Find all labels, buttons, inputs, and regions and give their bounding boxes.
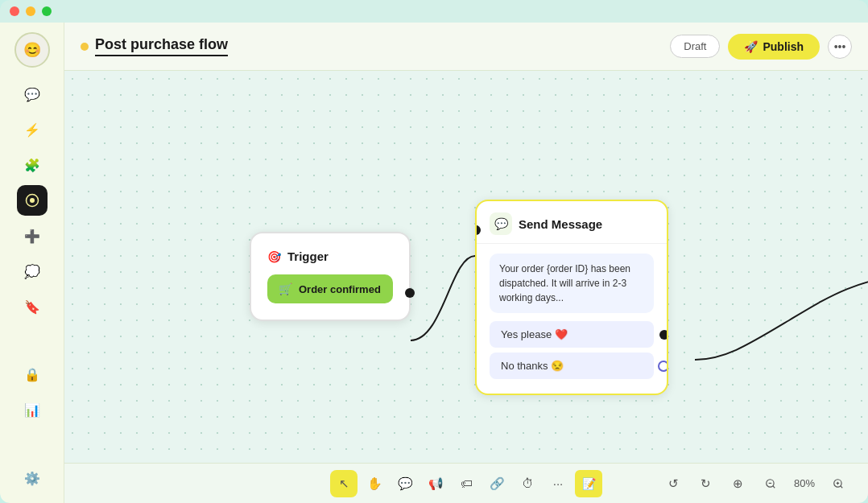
cart-icon: 🛒 <box>279 282 292 295</box>
bottom-toolbar: ↖ ✋ 💬 📢 🏷 🔗 ⏱ ··· 📝 ↺ ↻ ⊕ <box>64 463 868 503</box>
publish-label: Publish <box>763 40 804 53</box>
more-icon: ••• <box>834 40 846 53</box>
sidebar-item-tag[interactable]: 🔖 <box>17 291 48 322</box>
order-confirmed-button[interactable]: 🛒 Order confirmed <box>267 274 393 303</box>
canvas: 🎯 Trigger 🛒 Order confirmed 💬 <box>64 71 868 463</box>
zoom-in-button[interactable] <box>825 470 852 497</box>
trigger-node-header: 🎯 Trigger <box>267 249 393 263</box>
reply-option-no-label: No thanks 😒 <box>501 360 564 372</box>
trigger-conn-dot <box>405 288 415 298</box>
fit-button[interactable]: ⊕ <box>725 470 752 497</box>
tool-megaphone[interactable]: 📢 <box>422 470 449 497</box>
reply-option-yes-label: Yes please ❤️ <box>501 328 568 340</box>
tool-note[interactable]: 📝 <box>575 470 602 497</box>
trigger-icon: 🎯 <box>267 250 281 263</box>
message-node-icon: 💬 <box>490 212 512 235</box>
message-node-header: 💬 Send Message <box>477 201 667 244</box>
svg-line-6 <box>841 485 843 488</box>
zoom-out-button[interactable] <box>757 470 784 497</box>
publish-button[interactable]: 🚀 Publish <box>728 34 820 60</box>
traffic-light-3 <box>42 6 52 16</box>
svg-line-3 <box>773 485 775 488</box>
message-text: Your order {order ID} has been dispatche… <box>490 254 654 313</box>
sidebar-item-flow[interactable] <box>17 185 48 216</box>
sidebar-settings[interactable]: ⚙️ <box>17 463 48 493</box>
tool-link[interactable]: 🔗 <box>483 470 510 497</box>
tool-timer[interactable]: ⏱ <box>514 470 541 497</box>
toolbar-tools: ↖ ✋ 💬 📢 🏷 🔗 ⏱ ··· 📝 <box>330 470 602 497</box>
header-actions: Draft 🚀 Publish ••• <box>670 34 852 60</box>
svg-point-1 <box>30 198 35 203</box>
content-area: Post purchase flow Draft 🚀 Publish ••• <box>64 23 868 503</box>
tool-select[interactable]: ↖ <box>330 470 358 497</box>
yes-conn-dot <box>659 330 668 340</box>
order-confirmed-label: Order confirmed <box>299 283 381 295</box>
canvas-connectors <box>64 71 868 463</box>
message-body: Your order {order ID} has been dispatche… <box>477 244 667 394</box>
no-conn-dot <box>658 361 668 372</box>
undo-button[interactable]: ↺ <box>660 470 688 497</box>
title-bar <box>0 0 868 23</box>
sidebar-item-plus[interactable]: ➕ <box>17 221 48 251</box>
tool-more[interactable]: ··· <box>544 470 572 497</box>
sidebar-item-chat[interactable]: 💬 <box>17 79 48 109</box>
sidebar-item-chart[interactable]: 📊 <box>17 395 48 426</box>
more-options-button[interactable]: ••• <box>828 35 852 59</box>
message-node-title: Send Message <box>519 217 602 231</box>
trigger-node-title: Trigger <box>287 249 329 263</box>
window-frame: 😊 💬 ⚡ 🧩 ➕ 💭 🔖 🔒 📊 ⚙️ <box>0 0 868 503</box>
sidebar-item-bolt[interactable]: ⚡ <box>17 114 48 145</box>
sidebar: 😊 💬 ⚡ 🧩 ➕ 💭 🔖 🔒 📊 ⚙️ <box>0 23 64 503</box>
main-layout: 😊 💬 ⚡ 🧩 ➕ 💭 🔖 🔒 📊 ⚙️ <box>0 23 868 503</box>
redo-button[interactable]: ↻ <box>692 470 720 497</box>
reply-option-yes[interactable]: Yes please ❤️ <box>490 321 654 348</box>
traffic-light-1 <box>10 6 19 16</box>
sidebar-item-users[interactable]: 🧩 <box>17 150 48 180</box>
traffic-light-2 <box>26 6 35 16</box>
logo-icon: 😊 <box>23 41 41 59</box>
header-status-dot <box>81 43 89 51</box>
header-title-area: Post purchase flow <box>81 36 660 56</box>
header: Post purchase flow Draft 🚀 Publish ••• <box>64 23 868 71</box>
trigger-node: 🎯 Trigger 🛒 Order confirmed <box>250 232 411 321</box>
page-title: Post purchase flow <box>95 36 228 56</box>
tool-tag[interactable]: 🏷 <box>453 470 480 497</box>
publish-icon: 🚀 <box>744 40 758 53</box>
toolbar-zoom-controls: ↺ ↻ ⊕ 80% <box>660 470 852 497</box>
tool-comment[interactable]: 💬 <box>391 470 419 497</box>
zoom-level: 80% <box>789 477 820 489</box>
message-node: 💬 Send Message Your order {order ID} has… <box>475 200 668 395</box>
reply-option-no[interactable]: No thanks 😒 <box>490 353 654 379</box>
sidebar-item-lock[interactable]: 🔒 <box>17 360 48 390</box>
tool-hand[interactable]: ✋ <box>361 470 388 497</box>
sidebar-item-message[interactable]: 💭 <box>17 256 48 287</box>
sidebar-logo[interactable]: 😊 <box>14 32 50 68</box>
draft-button[interactable]: Draft <box>670 35 720 58</box>
